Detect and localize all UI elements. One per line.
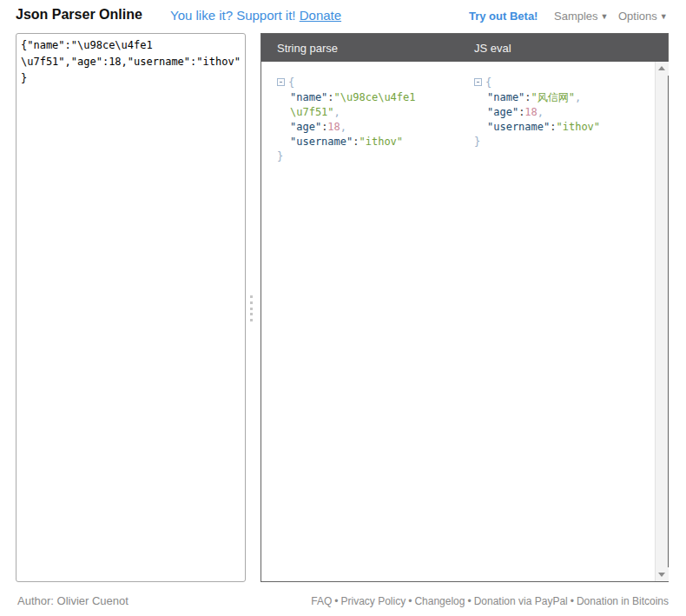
triangle-up-icon [658, 66, 665, 70]
json-token-string: "ithov" [556, 121, 600, 133]
json-tree-line: "age":18, [474, 105, 648, 120]
json-tree-line: "username":"ithov" [277, 135, 464, 149]
json-token-punct: , [538, 106, 544, 118]
json-token-punct: } [277, 150, 283, 162]
footer-link-separator: • [465, 595, 473, 607]
json-tree-line: "age":18, [277, 120, 464, 135]
resizer-dot [250, 301, 253, 304]
footer-link-donation-in-bitcoins[interactable]: Donation in Bitcoins [577, 595, 669, 607]
footer-link-separator: • [332, 595, 340, 607]
scrollbar-down-button[interactable] [656, 567, 669, 581]
json-token-punct: , [334, 106, 340, 118]
json-token-string: \u7f51" [290, 106, 334, 118]
json-token-key: "age" [290, 121, 321, 133]
footer-link-faq[interactable]: FAQ [311, 595, 332, 607]
json-token-number: 18 [327, 121, 340, 133]
footer-links: FAQ•Privacy Policy•Changelog•Donation vi… [311, 595, 669, 607]
result-panel-header: String parse JS eval [261, 34, 668, 62]
samples-dropdown-button[interactable]: Samples▼ [554, 10, 609, 23]
json-token-string: "风信网" [531, 91, 575, 103]
collapse-toggle-icon[interactable] [277, 78, 285, 86]
try-beta-link[interactable]: Try out Beta! [469, 10, 538, 23]
json-token-key: "username" [290, 136, 353, 148]
json-token-key: "name" [487, 91, 524, 103]
js-eval-column-title: JS eval [474, 42, 511, 55]
footer-link-donation-via-paypal[interactable]: Donation via PayPal [474, 595, 568, 607]
json-token-punct: { [288, 76, 294, 89]
panel-resizer-handle[interactable] [248, 295, 254, 321]
string-parse-column-title: String parse [277, 42, 338, 55]
support-message: You like it? Support it! Donate [170, 8, 341, 23]
json-token-number: 18 [524, 106, 537, 118]
json-parser-online-page: Json Parser Online You like it? Support … [0, 0, 686, 616]
samples-label: Samples [554, 10, 598, 23]
options-dropdown-button[interactable]: Options▼ [618, 10, 668, 23]
json-token-key: "name" [290, 91, 327, 103]
footer-author-text: Author: Olivier Cuenot [17, 594, 129, 607]
footer-link-separator: • [406, 595, 414, 607]
footer-link-separator: • [568, 595, 577, 607]
donate-link[interactable]: Donate [300, 8, 341, 23]
options-label: Options [618, 10, 657, 23]
json-tree-line: \u7f51", [277, 105, 464, 120]
json-token-string: "\u98ce\u4fe1 [334, 91, 416, 103]
json-token-punct: , [340, 121, 346, 133]
vertical-scrollbar[interactable] [655, 62, 668, 581]
json-token-punct: , [575, 91, 581, 103]
footer-link-changelog[interactable]: Changelog [414, 595, 465, 607]
footer-link-privacy-policy[interactable]: Privacy Policy [341, 595, 406, 607]
chevron-down-icon: ▼ [601, 12, 609, 21]
result-panel: String parse JS eval {"name":"\u98ce\u4f… [261, 33, 669, 582]
json-tree-line: } [474, 135, 648, 149]
page-title: Json Parser Online [16, 7, 142, 23]
collapse-toggle-icon[interactable] [474, 78, 482, 86]
json-token-punct: { [485, 76, 491, 89]
scrollbar-up-button[interactable] [656, 62, 669, 76]
json-tree-line: "name":"\u98ce\u4fe1 [277, 90, 464, 105]
chevron-down-icon: ▼ [660, 12, 668, 21]
result-panel-body: {"name":"\u98ce\u4fe1\u7f51","age":18,"u… [261, 62, 668, 581]
resizer-dot [250, 319, 253, 321]
resizer-dot [250, 308, 253, 310]
support-text: You like it? Support it! [170, 8, 296, 23]
triangle-down-icon [658, 573, 665, 577]
resizer-dot [250, 295, 253, 298]
json-input[interactable]: {"name":"\u98ce\u4fe1 \u7f51","age":18,"… [16, 33, 246, 582]
json-tree-line: { [474, 76, 648, 90]
json-token-colon: : [524, 91, 531, 103]
json-tree-js-eval: {"name":"风信网","age":18,"username":"ithov… [474, 76, 648, 149]
json-token-key: "age" [487, 106, 518, 118]
json-token-colon: : [327, 91, 333, 103]
json-token-key: "username" [487, 121, 550, 133]
resizer-dot [250, 313, 253, 315]
json-token-string: "ithov" [359, 136, 403, 148]
json-tree-string-parse: {"name":"\u98ce\u4fe1\u7f51","age":18,"u… [277, 76, 464, 164]
json-token-punct: } [474, 136, 480, 148]
json-tree-line: } [277, 149, 464, 164]
json-tree-line: "username":"ithov" [474, 120, 648, 135]
json-tree-line: "name":"风信网", [474, 90, 648, 105]
json-tree-line: { [277, 76, 464, 90]
